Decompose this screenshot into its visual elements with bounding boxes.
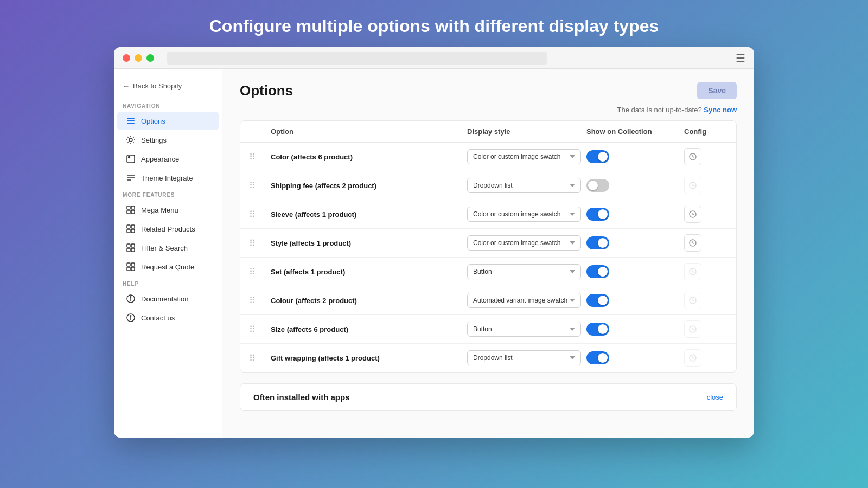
toggle-thumb-4	[598, 267, 608, 277]
svg-rect-12	[127, 229, 130, 233]
svg-point-24	[130, 297, 131, 298]
sidebar-item-appearance-label: Appearance	[141, 155, 179, 163]
config-button-2[interactable]	[684, 206, 701, 223]
option-name: Style	[271, 239, 288, 247]
drag-handle[interactable]: ⠿	[249, 324, 271, 335]
svg-rect-10	[127, 225, 130, 228]
sidebar-item-settings-label: Settings	[141, 136, 167, 144]
config-cell-5	[684, 292, 727, 309]
config-cell-3	[684, 234, 727, 252]
svg-rect-11	[131, 225, 135, 228]
table-row: ⠿ Shipping fee (affects 2 product) Dropd…	[240, 171, 736, 200]
back-to-shopify-label: Back to Shopify	[133, 82, 182, 90]
options-table: Option Display style Show on Collection …	[240, 120, 737, 373]
toggle-4[interactable]	[586, 265, 609, 278]
svg-rect-20	[127, 267, 130, 271]
drag-handle[interactable]: ⠿	[249, 152, 271, 162]
sync-now-link[interactable]: Sync now	[704, 106, 737, 114]
drag-handle[interactable]: ⠿	[249, 181, 271, 191]
sidebar-item-related-products[interactable]: Related Products	[117, 220, 219, 238]
close-dot[interactable]	[123, 54, 130, 62]
config-col-header: Config	[684, 127, 727, 136]
sidebar-item-filter-search[interactable]: Filter & Search	[117, 239, 219, 257]
toggle-cell-1	[586, 179, 684, 192]
toggle-thumb-2	[598, 209, 608, 219]
display-style-select-6[interactable]: Button Color or custom image swatch Drop…	[467, 322, 581, 337]
appearance-icon	[126, 154, 136, 164]
svg-rect-1	[127, 120, 135, 121]
table-header: Option Display style Show on Collection …	[240, 121, 736, 143]
display-style-select-7[interactable]: Dropdown list Color or custom image swat…	[467, 350, 581, 365]
sidebar-item-request-quote-label: Request a Quote	[141, 263, 194, 271]
help-section-label: HELP	[114, 277, 222, 289]
config-cell-7	[684, 349, 727, 367]
drag-handle[interactable]: ⠿	[249, 353, 271, 363]
save-button[interactable]: Save	[697, 82, 737, 99]
drag-handle[interactable]: ⠿	[249, 267, 271, 277]
display-style-select-0[interactable]: Color or custom image swatch Dropdown li…	[467, 149, 581, 164]
toggle-2[interactable]	[586, 208, 609, 221]
drag-handle[interactable]: ⠿	[249, 238, 271, 248]
maximize-dot[interactable]	[146, 54, 154, 62]
svg-point-27	[130, 316, 131, 317]
svg-rect-17	[131, 248, 135, 252]
often-installed-close-button[interactable]: close	[707, 393, 723, 401]
sidebar: ← Back to Shopify NAVIGATION Options Set…	[114, 69, 222, 438]
back-arrow-icon: ←	[123, 82, 130, 90]
sidebar-item-contact-us[interactable]: Contact us	[117, 309, 219, 327]
titlebar-menu-icon[interactable]: ☰	[736, 52, 745, 65]
sidebar-item-related-products-label: Related Products	[141, 225, 195, 233]
svg-rect-6	[127, 206, 130, 209]
option-name: Gift wrapping	[271, 354, 316, 362]
option-name-cell: Size (affects 6 product)	[271, 325, 467, 333]
option-affects: (affects 2 product)	[315, 182, 376, 190]
display-style-select-1[interactable]: Dropdown list Color or custom image swat…	[467, 178, 581, 193]
option-name-cell: Sleeve (affects 1 product)	[271, 210, 467, 219]
sidebar-item-options[interactable]: Options	[117, 112, 219, 130]
sidebar-item-request-quote[interactable]: Request a Quote	[117, 258, 219, 276]
drag-handle[interactable]: ⠿	[249, 296, 271, 306]
svg-rect-14	[127, 244, 130, 247]
config-button-3[interactable]	[684, 234, 701, 252]
sidebar-item-theme-integrate[interactable]: Theme Integrate	[117, 169, 219, 187]
display-style-select-4[interactable]: Button Color or custom image swatch Drop…	[467, 264, 581, 279]
display-style-select-3[interactable]: Color or custom image swatch Dropdown li…	[467, 235, 581, 251]
navigation-section-label: NAVIGATION	[114, 99, 222, 111]
toggle-6[interactable]	[586, 323, 609, 336]
sidebar-item-settings[interactable]: Settings	[117, 131, 219, 149]
toggle-0[interactable]	[586, 150, 609, 163]
svg-rect-16	[127, 248, 130, 252]
svg-rect-2	[127, 123, 135, 124]
minimize-dot[interactable]	[135, 54, 142, 62]
display-style-select-2[interactable]: Color or custom image swatch Dropdown li…	[467, 207, 581, 222]
config-button-5	[684, 292, 701, 309]
display-style-col-header: Display style	[467, 127, 586, 136]
option-name-cell: Gift wrapping (affects 1 product)	[271, 354, 467, 362]
config-button-0[interactable]	[684, 148, 701, 165]
option-affects: (affects 1 product)	[318, 354, 379, 362]
toggle-5[interactable]	[586, 294, 609, 307]
toggle-3[interactable]	[586, 236, 609, 249]
drag-handle[interactable]: ⠿	[249, 209, 271, 220]
sidebar-item-documentation[interactable]: Documentation	[117, 290, 219, 308]
sidebar-item-appearance[interactable]: Appearance	[117, 150, 219, 168]
sidebar-item-theme-integrate-label: Theme Integrate	[141, 174, 193, 182]
table-row: ⠿ Sleeve (affects 1 product) Color or cu…	[240, 200, 736, 229]
sidebar-item-filter-search-label: Filter & Search	[141, 244, 188, 252]
sidebar-item-documentation-label: Documentation	[141, 295, 188, 303]
display-style-cell: Button Color or custom image swatch Drop…	[467, 322, 586, 337]
toggle-thumb-5	[598, 296, 608, 305]
options-icon	[126, 116, 136, 126]
settings-icon	[126, 135, 136, 145]
sidebar-item-mega-menu[interactable]: Mega Menu	[117, 201, 219, 219]
app-window: ☰ ← Back to Shopify NAVIGATION Options S…	[114, 47, 754, 438]
config-cell-6	[684, 320, 727, 338]
display-style-select-5[interactable]: Automated variant image swatch Color or …	[467, 293, 581, 308]
option-name: Set	[271, 268, 282, 276]
toggle-7[interactable]	[586, 351, 609, 364]
page-header: Options Save	[240, 82, 737, 99]
back-to-shopify-button[interactable]: ← Back to Shopify	[114, 78, 222, 99]
toggle-1[interactable]	[586, 179, 609, 192]
config-button-1	[684, 177, 701, 194]
svg-point-3	[129, 138, 132, 142]
